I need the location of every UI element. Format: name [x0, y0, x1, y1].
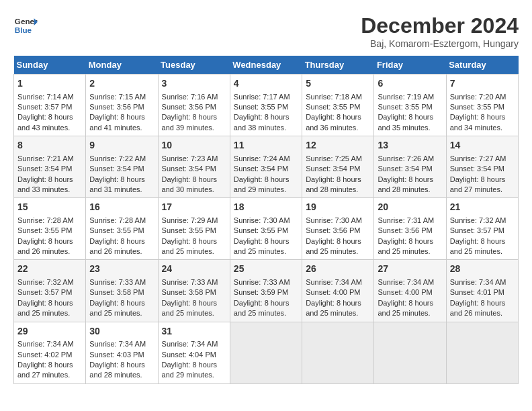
day-number: 15: [17, 201, 82, 214]
day-number: 27: [378, 263, 442, 276]
day-number: 9: [89, 139, 154, 152]
daylight-text: Daylight: 8 hours and 43 minutes.: [17, 113, 73, 131]
calendar-cell: 6Sunrise: 7:19 AMSunset: 3:55 PMDaylight…: [374, 75, 446, 136]
week-row-3: 15Sunrise: 7:28 AMSunset: 3:55 PMDayligh…: [14, 198, 519, 260]
sunset-text: Sunset: 3:57 PM: [17, 288, 72, 296]
sunset-text: Sunset: 3:55 PM: [234, 226, 288, 234]
day-number: 2: [89, 77, 154, 91]
sunset-text: Sunset: 4:03 PM: [89, 351, 144, 359]
day-number: 3: [162, 77, 226, 91]
sunset-text: Sunset: 3:59 PM: [234, 288, 288, 296]
day-number: 11: [234, 139, 298, 152]
day-number: 23: [89, 263, 154, 276]
daylight-text: Daylight: 8 hours and 33 minutes.: [17, 175, 73, 193]
calendar-cell: 13Sunrise: 7:26 AMSunset: 3:54 PMDayligh…: [374, 136, 446, 198]
header-sunday: Sunday: [14, 56, 86, 75]
daylight-text: Daylight: 8 hours and 38 minutes.: [234, 113, 290, 131]
sunrise-text: Sunrise: 7:18 AM: [306, 93, 362, 101]
sunset-text: Sunset: 4:00 PM: [306, 288, 360, 296]
sunrise-text: Sunrise: 7:34 AM: [17, 340, 74, 348]
calendar-cell: 4Sunrise: 7:17 AMSunset: 3:55 PMDaylight…: [230, 75, 302, 136]
svg-text:Blue: Blue: [15, 26, 32, 34]
sunset-text: Sunset: 3:54 PM: [162, 165, 216, 173]
daylight-text: Daylight: 8 hours and 35 minutes.: [378, 113, 433, 131]
day-number: 31: [162, 325, 226, 338]
sunset-text: Sunset: 3:55 PM: [378, 103, 432, 111]
sunrise-text: Sunrise: 7:32 AM: [450, 216, 506, 224]
day-number: 12: [306, 139, 370, 152]
calendar-cell: 18Sunrise: 7:30 AMSunset: 3:55 PMDayligh…: [230, 198, 302, 260]
sunset-text: Sunset: 3:55 PM: [89, 226, 144, 234]
title-block: December 2024 Baj, Komarom-Esztergom, Hu…: [361, 13, 519, 49]
daylight-text: Daylight: 8 hours and 28 minutes.: [306, 175, 361, 193]
daylight-text: Daylight: 8 hours and 34 minutes.: [450, 113, 506, 131]
sunrise-text: Sunrise: 7:34 AM: [89, 340, 146, 348]
month-title: December 2024: [361, 13, 519, 38]
calendar-cell: [230, 322, 302, 383]
daylight-text: Daylight: 8 hours and 27 minutes.: [450, 175, 506, 193]
calendar-cell: 29Sunrise: 7:34 AMSunset: 4:02 PMDayligh…: [14, 322, 86, 383]
day-number: 21: [450, 201, 515, 214]
day-number: 8: [17, 139, 82, 152]
daylight-text: Daylight: 8 hours and 26 minutes.: [17, 237, 73, 255]
sunrise-text: Sunrise: 7:34 AM: [306, 278, 362, 286]
calendar-cell: 28Sunrise: 7:34 AMSunset: 4:01 PMDayligh…: [446, 260, 518, 322]
sunset-text: Sunset: 3:54 PM: [450, 165, 504, 173]
daylight-text: Daylight: 8 hours and 25 minutes.: [162, 237, 218, 255]
calendar-cell: 14Sunrise: 7:27 AMSunset: 3:54 PMDayligh…: [446, 136, 518, 198]
calendar-cell: 24Sunrise: 7:33 AMSunset: 3:58 PMDayligh…: [158, 260, 230, 322]
day-number: 5: [306, 77, 370, 91]
sunset-text: Sunset: 3:56 PM: [306, 226, 360, 234]
sunrise-text: Sunrise: 7:25 AM: [306, 154, 362, 163]
sunset-text: Sunset: 4:02 PM: [17, 351, 72, 359]
week-row-1: 1Sunrise: 7:14 AMSunset: 3:57 PMDaylight…: [14, 75, 519, 136]
sunrise-text: Sunrise: 7:34 AM: [378, 278, 434, 286]
daylight-text: Daylight: 8 hours and 39 minutes.: [162, 113, 218, 131]
sunrise-text: Sunrise: 7:34 AM: [450, 278, 506, 286]
day-number: 26: [306, 263, 370, 276]
calendar-cell: 22Sunrise: 7:32 AMSunset: 3:57 PMDayligh…: [14, 260, 86, 322]
calendar-cell: 17Sunrise: 7:29 AMSunset: 3:55 PMDayligh…: [158, 198, 230, 260]
calendar-cell: 11Sunrise: 7:24 AMSunset: 3:54 PMDayligh…: [230, 136, 302, 198]
sunset-text: Sunset: 3:56 PM: [162, 103, 216, 111]
calendar-cell: 26Sunrise: 7:34 AMSunset: 4:00 PMDayligh…: [302, 260, 374, 322]
sunrise-text: Sunrise: 7:17 AM: [234, 93, 290, 101]
day-number: 4: [234, 77, 298, 91]
daylight-text: Daylight: 8 hours and 25 minutes.: [234, 299, 290, 317]
sunrise-text: Sunrise: 7:30 AM: [234, 216, 290, 224]
calendar-cell: 10Sunrise: 7:23 AMSunset: 3:54 PMDayligh…: [158, 136, 230, 198]
day-number: 24: [162, 263, 226, 276]
daylight-text: Daylight: 8 hours and 25 minutes.: [234, 237, 290, 255]
calendar-cell: 1Sunrise: 7:14 AMSunset: 3:57 PMDaylight…: [14, 75, 86, 136]
sunrise-text: Sunrise: 7:16 AM: [162, 93, 218, 101]
daylight-text: Daylight: 8 hours and 31 minutes.: [89, 175, 145, 193]
sunset-text: Sunset: 3:55 PM: [450, 103, 504, 111]
sunset-text: Sunset: 3:55 PM: [17, 226, 72, 234]
week-row-5: 29Sunrise: 7:34 AMSunset: 4:02 PMDayligh…: [14, 322, 519, 383]
sunset-text: Sunset: 3:54 PM: [89, 165, 144, 173]
calendar-cell: 27Sunrise: 7:34 AMSunset: 4:00 PMDayligh…: [374, 260, 446, 322]
sunset-text: Sunset: 4:00 PM: [378, 288, 432, 296]
calendar-header-row: SundayMondayTuesdayWednesdayThursdayFrid…: [14, 56, 519, 75]
sunrise-text: Sunrise: 7:31 AM: [378, 216, 434, 224]
daylight-text: Daylight: 8 hours and 29 minutes.: [234, 175, 290, 193]
day-number: 13: [378, 139, 442, 152]
calendar-cell: 21Sunrise: 7:32 AMSunset: 3:57 PMDayligh…: [446, 198, 518, 260]
week-row-2: 8Sunrise: 7:21 AMSunset: 3:54 PMDaylight…: [14, 136, 519, 198]
sunset-text: Sunset: 3:57 PM: [17, 103, 72, 111]
day-number: 17: [162, 201, 226, 214]
header-friday: Friday: [374, 56, 446, 75]
day-number: 6: [378, 77, 442, 91]
day-number: 10: [162, 139, 226, 152]
sunrise-text: Sunrise: 7:23 AM: [162, 154, 218, 163]
sunrise-text: Sunrise: 7:34 AM: [162, 340, 218, 348]
sunrise-text: Sunrise: 7:32 AM: [17, 278, 74, 286]
sunset-text: Sunset: 3:58 PM: [89, 288, 144, 296]
day-number: 22: [17, 263, 82, 276]
daylight-text: Daylight: 8 hours and 25 minutes.: [89, 299, 145, 317]
calendar-cell: 3Sunrise: 7:16 AMSunset: 3:56 PMDaylight…: [158, 75, 230, 136]
calendar-cell: 2Sunrise: 7:15 AMSunset: 3:56 PMDaylight…: [86, 75, 158, 136]
sunset-text: Sunset: 3:54 PM: [17, 165, 72, 173]
sunset-text: Sunset: 4:01 PM: [450, 288, 504, 296]
sunrise-text: Sunrise: 7:27 AM: [450, 154, 506, 163]
